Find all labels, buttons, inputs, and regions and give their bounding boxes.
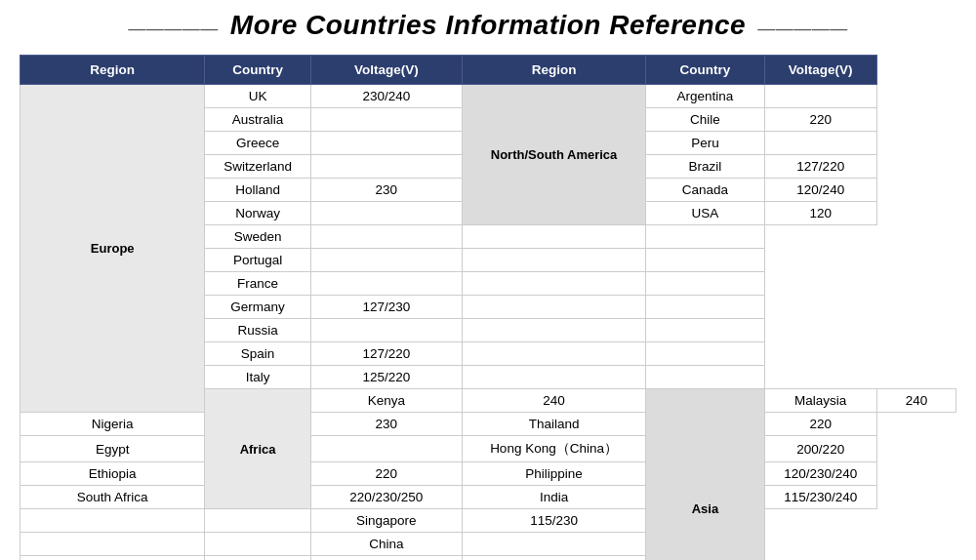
country-cell-right: Malaysia [764, 389, 876, 413]
country-cell-right-empty [462, 319, 645, 342]
country-cell-left: Greece [205, 132, 310, 155]
voltage-cell-left: 240 [462, 389, 645, 413]
country-cell-left: Australia [205, 108, 310, 132]
country-cell-left: Switzerland [205, 155, 310, 179]
voltage-cell-left [310, 132, 462, 155]
country-cell-right: China [310, 533, 462, 556]
voltage-cell-left [310, 225, 462, 249]
col-header-country-right: Country [646, 56, 764, 85]
country-cell-left: Spain [205, 342, 310, 366]
col-header-voltage-right: Voltage(V) [764, 56, 876, 85]
voltage-cell-right: 220 [764, 413, 876, 436]
voltage-cell-right-empty [646, 319, 764, 342]
col-header-country-left: Country [205, 56, 310, 85]
voltage-cell-right: 110/220 [462, 556, 645, 561]
voltage-cell-left: 230 [310, 179, 462, 202]
voltage-cell-left: 127/230 [310, 296, 462, 319]
voltage-cell-right: 200/220 [764, 436, 876, 462]
region-cell-right: Asia [646, 389, 764, 561]
voltage-cell-left [310, 249, 462, 272]
voltage-cell-left [310, 202, 462, 225]
voltage-cell-right-empty [646, 342, 764, 366]
voltage-cell-left: 220 [310, 462, 462, 486]
voltage-cell-right: 120/230/240 [764, 462, 876, 486]
voltage-cell-left-empty [205, 556, 310, 561]
country-cell-right-empty [462, 272, 645, 296]
country-cell-left-empty [20, 509, 205, 533]
country-cell-left: Norway [205, 202, 310, 225]
voltage-cell-right: 240 [876, 389, 956, 413]
country-cell-left: South Africa [20, 486, 205, 509]
country-cell-left: Sweden [205, 225, 310, 249]
country-cell-right-empty [462, 249, 645, 272]
countries-table: Region Country Voltage(V) Region Country… [20, 55, 956, 560]
country-cell-right: Thailand [462, 413, 645, 436]
voltage-cell-right: 220 [764, 108, 876, 132]
region-cell-left: Africa [205, 389, 310, 509]
region-cell-left: Europe [20, 85, 205, 413]
country-cell-right: Taiwan（China） [310, 556, 462, 561]
country-cell-right: USA [646, 202, 764, 225]
voltage-cell-left [310, 319, 462, 342]
country-cell-right: Philippine [462, 462, 645, 486]
voltage-cell-left [310, 436, 462, 462]
voltage-cell-left [310, 108, 462, 132]
voltage-cell-right-empty [646, 272, 764, 296]
country-cell-left-empty [20, 533, 205, 556]
region-cell-right: North/South America [462, 85, 645, 225]
voltage-cell-left [310, 272, 462, 296]
voltage-cell-left-empty [205, 533, 310, 556]
voltage-cell-left [310, 155, 462, 179]
country-cell-left: Kenya [310, 389, 462, 413]
col-header-voltage-left: Voltage(V) [310, 56, 462, 85]
col-header-region-right: Region [462, 56, 645, 85]
country-cell-left: Nigeria [20, 413, 205, 436]
voltage-cell-right [462, 533, 645, 556]
country-cell-left: Italy [205, 366, 310, 389]
country-cell-left: Germany [205, 296, 310, 319]
voltage-cell-left: 230 [310, 413, 462, 436]
country-cell-right-empty [462, 366, 645, 389]
voltage-cell-right: 120 [764, 202, 876, 225]
voltage-cell-right: 115/230/240 [764, 486, 876, 509]
country-cell-left: France [205, 272, 310, 296]
country-cell-left: Holland [205, 179, 310, 202]
country-cell-left-empty [20, 556, 205, 561]
voltage-cell-left: 230/240 [310, 85, 462, 108]
voltage-cell-right-empty [646, 225, 764, 249]
country-cell-right: Singapore [310, 509, 462, 533]
voltage-cell-right-empty [646, 296, 764, 319]
page-title: More Countries Information Reference [116, 10, 859, 41]
voltage-cell-right: 127/220 [764, 155, 876, 179]
country-cell-left: Egypt [20, 436, 205, 462]
country-cell-right: Peru [646, 132, 764, 155]
voltage-cell-left: 220/230/250 [310, 486, 462, 509]
country-cell-right-empty [462, 225, 645, 249]
country-cell-right: India [462, 486, 645, 509]
voltage-cell-left: 127/220 [310, 342, 462, 366]
country-cell-right: Chile [646, 108, 764, 132]
voltage-cell-right [764, 85, 876, 108]
country-cell-right: Canada [646, 179, 764, 202]
country-cell-right: Argentina [646, 85, 764, 108]
voltage-cell-left-empty [205, 509, 310, 533]
voltage-cell-right [764, 132, 876, 155]
country-cell-left: UK [205, 85, 310, 108]
country-cell-right-empty [462, 296, 645, 319]
country-cell-left: Portugal [205, 249, 310, 272]
country-cell-left: Ethiopia [20, 462, 205, 486]
col-header-region-left: Region [20, 56, 205, 85]
country-cell-right: Hong Kong（China） [462, 436, 645, 462]
voltage-cell-right: 120/240 [764, 179, 876, 202]
voltage-cell-right-empty [646, 249, 764, 272]
voltage-cell-right: 115/230 [462, 509, 645, 533]
country-cell-right: Brazil [646, 155, 764, 179]
voltage-cell-right-empty [646, 366, 764, 389]
country-cell-right-empty [462, 342, 645, 366]
voltage-cell-left: 125/220 [310, 366, 462, 389]
country-cell-left: Russia [205, 319, 310, 342]
